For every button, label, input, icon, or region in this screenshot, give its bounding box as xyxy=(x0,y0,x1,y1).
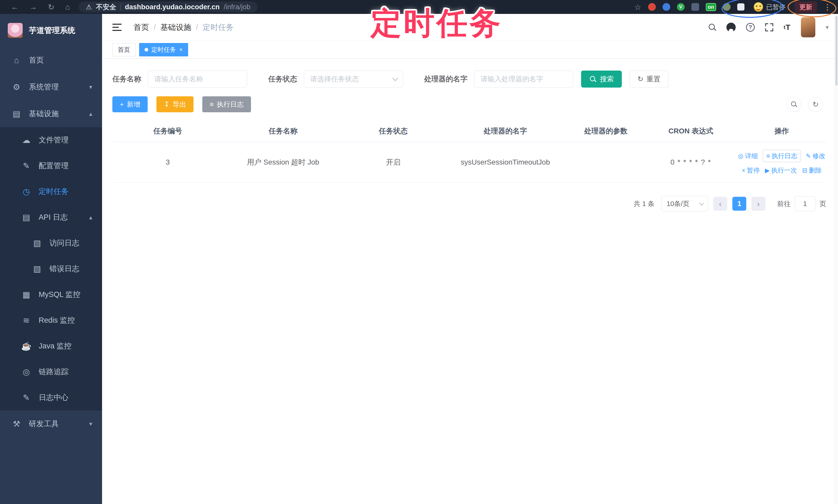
sidebar-item-访问日志[interactable]: ▧访问日志 xyxy=(0,230,102,256)
action-执行日志[interactable]: ≡执行日志 xyxy=(763,150,801,162)
reload-button[interactable]: ↻ xyxy=(48,3,54,12)
exec-log-button[interactable]: ≡ 执行日志 xyxy=(202,96,251,112)
chevron-down-icon: ▾ xyxy=(89,84,92,91)
search-icon xyxy=(590,76,596,83)
bookmark-star-icon[interactable]: ☆ xyxy=(634,3,641,12)
sidebar-item-基础设施[interactable]: ▤基础设施▴ xyxy=(0,101,102,127)
add-button[interactable]: + 新增 xyxy=(112,96,148,112)
prev-page-button[interactable]: ‹ xyxy=(713,197,727,211)
cell-cron: 0 * * * * ? * xyxy=(645,142,737,182)
page-unit-label: 页 xyxy=(819,199,826,208)
scrollbar-thumb[interactable] xyxy=(835,16,837,86)
back-button[interactable]: ← xyxy=(11,3,19,11)
search-icon[interactable] xyxy=(709,23,716,31)
sidebar-item-首页[interactable]: ⌂首页 xyxy=(0,47,102,74)
edit-icon: ✎ xyxy=(806,152,811,160)
refresh-button[interactable]: ↻ xyxy=(808,97,823,112)
chevron-down-icon: ▾ xyxy=(89,420,92,428)
url-path: /infra/job xyxy=(224,3,250,11)
search-button[interactable]: 搜索 xyxy=(581,71,622,88)
logo-rabbit-avatar xyxy=(8,23,23,38)
toggle-search-button[interactable] xyxy=(786,97,801,112)
table-row: 3用户 Session 超时 Job开启sysUserSessionTimeou… xyxy=(112,142,826,183)
extension-icon[interactable]: V xyxy=(677,3,685,11)
goto-label: 前往 xyxy=(777,199,790,208)
home-button[interactable]: ⌂ xyxy=(65,3,70,11)
extension-on-badge[interactable]: on xyxy=(706,3,716,11)
sidebar-item-MySQL 监控[interactable]: ▦MySQL 监控 xyxy=(0,282,102,307)
current-page-button[interactable]: 1 xyxy=(732,197,746,211)
schedule-icon: ◷ xyxy=(21,187,32,197)
page-size-select[interactable]: 10条/页 xyxy=(661,196,708,212)
action-修改[interactable]: ✎修改 xyxy=(806,152,825,160)
sidebar-item-Redis 监控[interactable]: ≋Redis 监控 xyxy=(0,307,102,333)
scrollbar[interactable] xyxy=(834,14,838,504)
fullscreen-icon[interactable] xyxy=(765,23,773,32)
action-暂停[interactable]: ×暂停 xyxy=(741,166,760,175)
download-icon: ↧ xyxy=(164,101,170,108)
sidebar-item-日志中心[interactable]: ✎日志中心 xyxy=(0,385,102,411)
main-area: 首页/基础设施/定时任务 ? tT ▾ 首页定时任务× 任务名称 任务状态 请选… xyxy=(102,14,838,504)
sidebar-item-label: Java 监控 xyxy=(39,341,71,351)
chevron-down-icon[interactable]: ▾ xyxy=(826,24,829,31)
action-label: 暂停 xyxy=(747,166,760,175)
sidebar-item-label: 配置管理 xyxy=(39,161,69,171)
extension-icon[interactable] xyxy=(663,3,670,11)
sidebar-item-系统管理[interactable]: ⚙系统管理▾ xyxy=(0,74,102,101)
extension-icon[interactable] xyxy=(723,3,731,11)
sidebar-item-链路追踪[interactable]: ◎链路追踪 xyxy=(0,359,102,385)
sidebar-item-Java 监控[interactable]: ☕Java 监控 xyxy=(0,333,102,359)
tab-首页[interactable]: 首页 xyxy=(112,43,136,56)
forward-button[interactable]: → xyxy=(29,3,37,11)
sidebar-item-label: 首页 xyxy=(29,55,44,66)
tab-定时任务[interactable]: 定时任务× xyxy=(139,43,188,56)
breadcrumb-item[interactable]: 首页 xyxy=(134,22,149,33)
action-详细[interactable]: ◎详细 xyxy=(738,152,758,160)
next-page-button[interactable]: › xyxy=(751,197,765,211)
sidebar-item-API 日志[interactable]: ▤API 日志▴ xyxy=(0,204,102,230)
log-lines-icon: ≡ xyxy=(210,101,214,108)
paused-extension-badge[interactable]: 已暂停 xyxy=(751,1,788,13)
sidebar-item-label: Redis 监控 xyxy=(39,315,75,325)
font-size-icon[interactable]: tT xyxy=(784,23,790,32)
sidebar-collapse-icon[interactable] xyxy=(112,24,122,31)
delete-icon: ⊟ xyxy=(802,167,807,174)
goto-page-input[interactable] xyxy=(795,196,815,211)
extension-icon[interactable] xyxy=(648,3,656,11)
reset-button[interactable]: ↻ 重置 xyxy=(630,71,668,88)
submenu-block: ☁文件管理✎配置管理◷定时任务▤API 日志▴▧访问日志▧错误日志▦MySQL … xyxy=(0,127,102,411)
help-icon[interactable]: ? xyxy=(746,23,755,32)
action-执行一次[interactable]: ▶执行一次 xyxy=(765,166,797,175)
action-label: 修改 xyxy=(813,152,825,160)
export-button[interactable]: ↧ 导出 xyxy=(156,96,193,112)
handler-name-input[interactable] xyxy=(474,71,573,88)
job-status-select[interactable]: 请选择任务状态 xyxy=(304,71,403,88)
table-toolbar: + 新增 ↧ 导出 ≡ 执行日志 ↻ xyxy=(112,96,828,112)
breadcrumb-item: 定时任务 xyxy=(203,22,234,33)
extensions-puzzle-icon[interactable] xyxy=(737,3,745,11)
github-icon[interactable] xyxy=(727,23,736,32)
sidebar-item-定时任务[interactable]: ◷定时任务 xyxy=(0,179,102,204)
close-icon[interactable]: × xyxy=(179,46,183,53)
browser-update-button[interactable]: 更新 xyxy=(795,1,817,13)
browser-menu-icon[interactable]: ⋮ xyxy=(824,3,831,12)
action-删除[interactable]: ⊟删除 xyxy=(802,166,822,175)
address-bar[interactable]: ⚠ 不安全 dashboard.yudao.iocoder.cn /infra/… xyxy=(78,2,258,12)
sidebar-item-文件管理[interactable]: ☁文件管理 xyxy=(0,127,102,153)
table-tools: ↻ xyxy=(786,97,828,112)
sidebar-item-配置管理[interactable]: ✎配置管理 xyxy=(0,153,102,179)
extension-grid-icon[interactable] xyxy=(692,3,699,11)
sidebar-item-研发工具[interactable]: ⚒研发工具▾ xyxy=(0,411,102,437)
browser-chrome: ← → ↻ ⌂ ⚠ 不安全 dashboard.yudao.iocoder.cn… xyxy=(0,0,838,14)
job-name-input[interactable] xyxy=(148,71,247,88)
sidebar-item-错误日志[interactable]: ▧错误日志 xyxy=(0,256,102,282)
column-header: 任务编号 xyxy=(112,121,223,142)
sidebar-logo-row[interactable]: 芋道管理系统 xyxy=(0,14,102,47)
job-table: 任务编号任务名称任务状态处理器的名字处理器的参数CRON 表达式操作 3用户 S… xyxy=(112,121,826,183)
cell-handler-name: sysUserSessionTimeoutJob xyxy=(443,142,567,182)
filter-form: 任务名称 任务状态 请选择任务状态 处理器的名字 搜索 ↻ 重置 xyxy=(112,71,828,88)
url-host: dashboard.yudao.iocoder.cn xyxy=(125,3,220,11)
breadcrumb-item[interactable]: 基础设施 xyxy=(160,22,191,33)
user-avatar[interactable] xyxy=(801,17,815,37)
breadcrumb-separator: / xyxy=(196,23,198,32)
